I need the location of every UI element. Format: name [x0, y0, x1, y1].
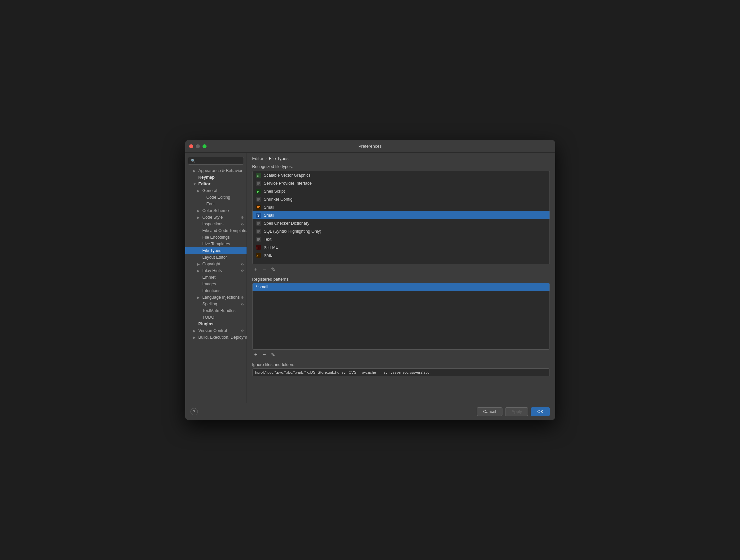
sidebar-item-file-code-templates[interactable]: File and Code Templates ⚙	[185, 227, 247, 234]
expand-icon: ▶	[197, 269, 201, 273]
sidebar-item-label: Inspections	[202, 222, 223, 226]
ft-item-spi[interactable]: Service Provider Interface	[253, 179, 550, 187]
ft-item-sql[interactable]: SQL (Syntax Highlighting Only)	[253, 227, 550, 235]
gear-icon: ⚙	[241, 216, 244, 219]
ft-item-shell[interactable]: ▶ Shell Script	[253, 187, 550, 195]
sidebar-item-label: Editor	[198, 182, 210, 186]
sidebar-item-color-scheme[interactable]: ▶ Color Scheme	[185, 207, 247, 214]
sidebar-item-file-types[interactable]: File Types	[185, 247, 247, 254]
svg-text:S: S	[257, 174, 259, 177]
expand-icon: ▶	[193, 336, 197, 339]
close-button[interactable]	[189, 144, 193, 148]
sidebar-item-label: Language Injections	[202, 295, 240, 300]
sidebar-item-todo[interactable]: TODO	[185, 314, 247, 321]
svg-rect-20	[257, 230, 260, 231]
file-types-list[interactable]: S Scalable Vector Graphics Ser	[252, 171, 550, 264]
svg-rect-17	[257, 223, 260, 224]
pattern-item[interactable]: *.smali	[253, 283, 550, 291]
svg-rect-14	[257, 207, 259, 208]
sidebar-item-inspections[interactable]: Inspections ⚙	[185, 221, 247, 227]
sidebar-item-intentions[interactable]: Intentions	[185, 287, 247, 294]
apply-button[interactable]: Apply	[505, 407, 528, 416]
xml-file-icon: X	[256, 253, 261, 258]
sidebar-item-textmate-bundles[interactable]: TextMate Bundles	[185, 307, 247, 314]
expand-icon: ▶	[197, 216, 201, 219]
sidebar-item-label: Intentions	[202, 288, 220, 293]
sidebar-item-version-control[interactable]: ▶ Version Control ⚙	[185, 327, 247, 334]
svg-rect-26	[257, 240, 259, 241]
ft-item-label: Scalable Vector Graphics	[264, 173, 310, 178]
svg-rect-10	[257, 199, 260, 200]
sidebar-item-general[interactable]: ▶ General	[185, 187, 247, 194]
search-input[interactable]	[197, 158, 241, 163]
pattern-toolbar: + − ✎	[247, 350, 555, 360]
traffic-lights	[189, 144, 206, 148]
ft-item-label: XML	[264, 253, 273, 258]
help-button[interactable]: ?	[190, 408, 198, 415]
minimize-button[interactable]	[196, 144, 200, 148]
ft-item-label: Service Provider Interface	[264, 181, 312, 186]
svg-text:H: H	[257, 247, 258, 249]
svg-text:X: X	[257, 255, 258, 257]
edit-file-type-button[interactable]: ✎	[270, 266, 277, 273]
sidebar-item-label: Appearance & Behavior	[198, 168, 243, 173]
ft-item-xml[interactable]: X XML	[253, 251, 550, 259]
ft-item-spell[interactable]: Spell Checker Dictionary	[253, 219, 550, 227]
sidebar-item-font[interactable]: Font	[185, 201, 247, 207]
spi-file-icon	[256, 181, 261, 186]
sidebar-item-code-editing[interactable]: Code Editing	[185, 194, 247, 201]
sidebar-item-label: Color Scheme	[202, 208, 229, 213]
search-box[interactable]: 🔍	[188, 157, 244, 165]
cancel-button[interactable]: Cancel	[477, 407, 502, 416]
ft-item-shrinker[interactable]: Shrinker Config	[253, 195, 550, 203]
remove-file-type-button[interactable]: −	[261, 266, 268, 273]
ft-item-smali1[interactable]: Smali	[253, 203, 550, 211]
sidebar-item-language-injections[interactable]: ▶ Language Injections ⚙	[185, 294, 247, 301]
sidebar-item-label: Version Control	[198, 328, 227, 333]
expand-icon: ▶	[193, 329, 197, 333]
ft-item-smali2[interactable]: S Smali	[253, 211, 550, 219]
sidebar-item-plugins[interactable]: Plugins	[185, 321, 247, 327]
svg-rect-21	[257, 231, 260, 232]
sidebar-item-keymap[interactable]: Keymap	[185, 174, 247, 181]
sidebar-item-emmet[interactable]: Emmet	[185, 274, 247, 281]
sidebar-item-code-style[interactable]: ▶ Code Style ⚙	[185, 214, 247, 221]
edit-pattern-button[interactable]: ✎	[270, 351, 277, 358]
sidebar-item-label: File and Code Templates	[202, 228, 247, 233]
gear-icon: ⚙	[241, 262, 244, 266]
ignore-input[interactable]	[252, 368, 550, 376]
svg-rect-13	[257, 206, 260, 207]
sidebar-item-inlay-hints[interactable]: ▶ Inlay Hints ⚙	[185, 267, 247, 274]
svg-rect-5	[257, 184, 259, 185]
sidebar-item-layout-editor[interactable]: Layout Editor	[185, 254, 247, 261]
maximize-button[interactable]	[202, 144, 206, 148]
ft-item-label: Shrinker Config	[264, 197, 293, 202]
expand-icon: ▼	[193, 182, 197, 186]
remove-pattern-button[interactable]: −	[261, 351, 268, 358]
ft-item-svg[interactable]: S Scalable Vector Graphics	[253, 171, 550, 179]
sidebar-item-appearance[interactable]: ▶ Appearance & Behavior	[185, 167, 247, 174]
ft-item-label: Smali	[264, 205, 274, 210]
sidebar-item-images[interactable]: Images	[185, 281, 247, 287]
add-pattern-button[interactable]: +	[252, 351, 260, 358]
sidebar-item-editor[interactable]: ▼ Editor	[185, 181, 247, 187]
sidebar-item-copyright[interactable]: ▶ Copyright ⚙	[185, 261, 247, 267]
gear-icon: ⚙	[241, 302, 244, 306]
sidebar-item-build-exec-deploy[interactable]: ▶ Build, Execution, Deployment	[185, 334, 247, 341]
sidebar-item-file-encodings[interactable]: File Encodings	[185, 234, 247, 241]
recognized-section-label: Recognized file types:	[247, 163, 555, 171]
file-types-toolbar: + − ✎	[247, 264, 555, 274]
pattern-value: *.smali	[256, 285, 269, 289]
expand-icon: ▶	[197, 209, 201, 213]
sidebar-item-spelling[interactable]: Spelling ⚙	[185, 301, 247, 307]
svg-rect-9	[257, 198, 260, 199]
ok-button[interactable]: OK	[531, 407, 550, 416]
sidebar-item-live-templates[interactable]: Live Templates	[185, 241, 247, 247]
svg-rect-4	[257, 183, 260, 184]
add-file-type-button[interactable]: +	[252, 266, 260, 273]
ft-item-xhtml[interactable]: H XHTML	[253, 243, 550, 251]
ft-item-text[interactable]: Text	[253, 235, 550, 243]
patterns-list[interactable]: *.smali	[252, 283, 550, 350]
search-icon: 🔍	[191, 159, 195, 163]
gear-icon: ⚙	[241, 329, 244, 333]
